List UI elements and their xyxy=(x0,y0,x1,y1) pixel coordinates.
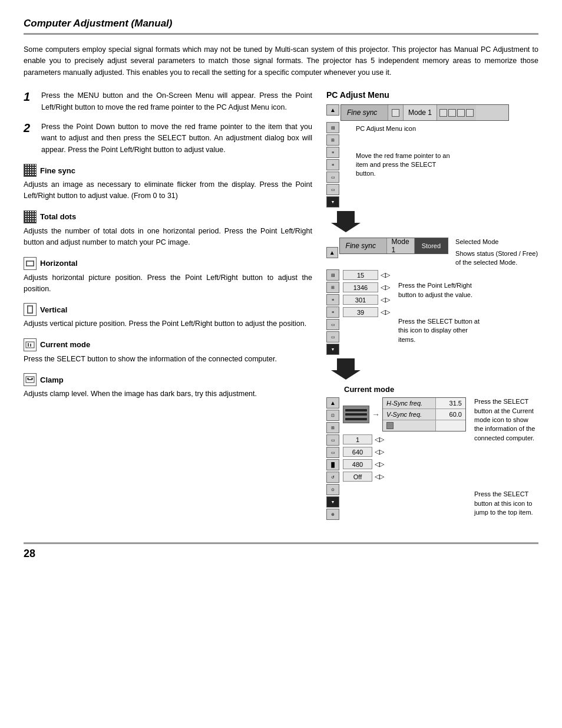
sidebar-icon-6: ▭ xyxy=(326,184,339,195)
annotation-area-current-mode: Press the SELECT button at the Current m… xyxy=(474,397,538,520)
total-dots-icon xyxy=(24,210,37,223)
up-arrow-icon-2: ▲ xyxy=(326,247,338,258)
intro-paragraph: Some computers employ special signal for… xyxy=(24,44,538,78)
svg-marker-10 xyxy=(331,358,361,380)
current-mode-bars-icon xyxy=(343,406,369,423)
current-mode-extra-cell xyxy=(383,420,436,431)
annotation-shows-status: Shows status (Stored / Free) of the sele… xyxy=(455,249,538,268)
down-arrow-2 xyxy=(331,358,538,381)
item-clamp: Clamp Adjusts clamp level. When the imag… xyxy=(24,373,312,400)
current-mode-label-text: Current mode xyxy=(40,340,90,349)
annotation-adjust-value: Press the Point Left/Right button to adj… xyxy=(398,281,487,299)
cm-sidebar-up: ▲ xyxy=(326,397,339,409)
value-row2-3: 480 ◁▷ xyxy=(343,459,466,470)
svg-rect-1 xyxy=(28,306,32,313)
menu-right-icons xyxy=(437,105,476,120)
horizontal-desc: Adjusts horizontal picture position. Pre… xyxy=(24,272,312,295)
item-total-dots: Total dots Adjusts the number of total d… xyxy=(24,210,312,249)
item-horizontal: Horizontal Adjusts horizontal picture po… xyxy=(24,257,312,295)
step-1-text: Press the MENU button and the On-Screen … xyxy=(41,90,312,113)
item-fine-sync: Fine sync Adjusts an image as necessary … xyxy=(24,164,312,202)
sidebar-icon-selected: ▼ xyxy=(326,196,339,207)
total-dots-label: Total dots xyxy=(40,212,76,221)
vr-sidebar-6: ▭ xyxy=(326,331,339,342)
cm-sidebar-8: ⊕ xyxy=(326,509,339,520)
value-rows-list: 15 ◁▷ 1346 ◁▷ 301 ◁▷ xyxy=(343,269,390,355)
vertical-desc: Adjusts vertical picture position. Press… xyxy=(24,318,312,330)
value-2: 1346 xyxy=(343,282,378,292)
bar-3 xyxy=(345,418,367,420)
current-mode-extra-val xyxy=(436,420,465,431)
vr-sidebar-4: ≡ xyxy=(326,307,339,318)
sidebar-icons-group1: ▤ ⊞ ≡ ≡ ▭ ▭ ▼ xyxy=(326,122,339,207)
fine-sync-label: Fine sync xyxy=(40,166,75,175)
annotation-menu-icon: PC Adjust Menu icon xyxy=(356,124,538,133)
horizontal-label: Horizontal xyxy=(40,259,78,268)
left-column: 1 Press the MENU button and the On-Scree… xyxy=(24,90,312,525)
page-title: Computer Adjustment (Manual) xyxy=(24,18,538,35)
value-row2-4: Off ◁▷ xyxy=(343,471,466,482)
item-current-mode: Current mode Press the SELECT button to … xyxy=(24,338,312,365)
vr-sidebar-2: ⊞ xyxy=(326,282,339,293)
sidebar-icons-group3: ▲ ⊡ ⊞ ▭ ▭ █ ↺ ⊙ ▼ ⊕ xyxy=(326,397,339,520)
fine-sync-desc: Adjusts an image as necessary to elimina… xyxy=(24,179,312,202)
menu-icon-2 xyxy=(439,109,447,117)
step-2-text: Press the Point Down button to move the … xyxy=(41,121,312,156)
value-3: 301 xyxy=(343,295,378,305)
svg-rect-8 xyxy=(31,378,33,380)
svg-rect-4 xyxy=(30,344,31,347)
current-mode-table: H-Sync freq. 31.5 V-Sync freq. 60.0 xyxy=(382,397,466,431)
sidebar-icons-group2: ▤ ⊞ ≡ ≡ ▭ ▭ ▼ xyxy=(326,269,339,355)
current-mode-icon-area: → H-Sync freq. 31.5 V-Sync freq. 60.0 xyxy=(343,397,466,431)
value-1: 15 xyxy=(343,270,378,280)
value-3-arrows: ◁▷ xyxy=(381,296,390,304)
vertical-icon xyxy=(24,303,37,316)
up-arrow-icon: ▲ xyxy=(326,104,339,116)
page-number: 28 xyxy=(24,548,35,560)
vr-sidebar-5: ▭ xyxy=(326,319,339,330)
value2-4: Off xyxy=(343,472,372,482)
value-row2-1: 1 ◁▷ xyxy=(343,434,466,445)
current-mode-icon xyxy=(24,338,37,351)
down-arrow-1 xyxy=(331,211,538,234)
value2-3: 480 xyxy=(343,459,372,469)
menu-fine-sync-label: Fine sync xyxy=(341,105,388,120)
svg-rect-0 xyxy=(27,261,34,266)
cm-sidebar-1: ⊡ xyxy=(326,410,339,421)
annotation-selected-mode-area: Selected Mode Shows status (Stored / Fre… xyxy=(455,238,538,267)
annotation-area-values: Press the Point Left/Right button to adj… xyxy=(398,269,487,355)
current-mode-row-1: H-Sync freq. 31.5 xyxy=(383,398,465,409)
v-sync-value: 60.0 xyxy=(436,409,465,420)
cm-sidebar-5: █ xyxy=(326,459,339,470)
menu-icon-1 xyxy=(392,109,399,117)
value-row-4: 39 ◁▷ xyxy=(343,307,390,318)
value-row-2: 1346 ◁▷ xyxy=(343,282,390,293)
clamp-icon xyxy=(24,373,37,386)
menu2-stored-label: Stored xyxy=(415,238,448,253)
right-column: PC Adjust Menu ▲ Fine sync Mode 1 xyxy=(326,90,538,525)
menu2-mode-label: Mode 1 xyxy=(387,238,415,253)
bar-1 xyxy=(345,409,367,411)
current-mode-content: → H-Sync freq. 31.5 V-Sync freq. 60.0 xyxy=(343,397,466,520)
value-4: 39 xyxy=(343,307,378,317)
annotation-selected-mode: Selected Mode xyxy=(455,238,538,246)
cm-sidebar-7: ⊙ xyxy=(326,484,339,495)
value2-3-arrows: ◁▷ xyxy=(375,460,384,468)
step-1-number: 1 xyxy=(24,90,35,113)
cm-sidebar-arrow: ▼ xyxy=(326,496,339,508)
cm-sidebar-4: ▭ xyxy=(326,447,339,458)
current-mode-title: Current mode xyxy=(344,385,538,394)
svg-rect-3 xyxy=(28,343,29,347)
annotation-move-pointer: Move the red frame pointer to an item an… xyxy=(356,151,450,179)
value-rows-block: ▤ ⊞ ≡ ≡ ▭ ▭ ▼ 15 ◁▷ xyxy=(326,269,538,355)
step-2-number: 2 xyxy=(24,121,35,156)
svg-marker-9 xyxy=(331,211,361,232)
right-arrow-icon: → xyxy=(372,410,380,419)
sidebar-icon-3: ≡ xyxy=(326,147,339,158)
value-row-3: 301 ◁▷ xyxy=(343,294,390,305)
value2-2: 640 xyxy=(343,447,372,457)
bar-2 xyxy=(345,413,367,416)
current-mode-block: ▲ ⊡ ⊞ ▭ ▭ █ ↺ ⊙ ▼ ⊕ xyxy=(326,397,538,520)
value-row2-2: 640 ◁▷ xyxy=(343,446,466,457)
h-sync-value: 31.5 xyxy=(436,398,465,409)
